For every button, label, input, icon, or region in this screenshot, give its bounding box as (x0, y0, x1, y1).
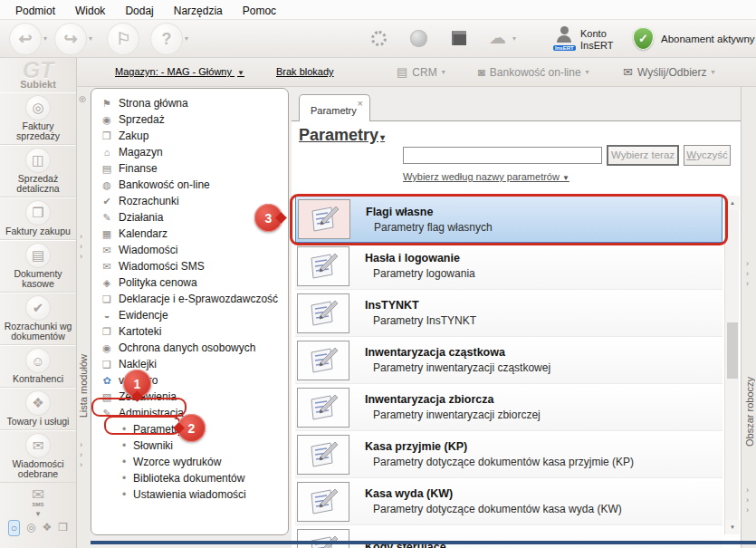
scroll-down-arrow-icon[interactable]: ▼ (725, 520, 740, 534)
tree-item[interactable]: ❏ Deklaracje i e-Sprawozdawczość (91, 291, 288, 307)
tree-item[interactable]: ◉ Ochrona danych osobowych (91, 340, 288, 356)
parameter-row[interactable]: Kasa wyda (KW) Parametry dotyczące dokum… (295, 478, 723, 525)
parameter-row[interactable]: Flagi własne Parametry flag własnych (295, 196, 723, 243)
help-dropdown-caret[interactable]: ▾ (185, 34, 188, 43)
tree-item[interactable]: ◍ Bankowość on-line (91, 177, 288, 193)
tree-item-label: Rozrachunki (119, 195, 179, 207)
menu-item[interactable]: Podmiot (5, 2, 65, 20)
back-dropdown-caret[interactable]: ▾ (43, 34, 47, 43)
sidebar-module-button[interactable]: ❖ Towary i usługi (0, 388, 76, 430)
cube-icon[interactable] (452, 31, 466, 45)
filter-by-name-link[interactable]: Wybierz według nazwy parametrów ▼ (403, 171, 569, 182)
sidebar-module-button[interactable]: ◫ Sprzedaż detaliczna (0, 145, 76, 197)
menu-item[interactable]: Widok (65, 2, 115, 20)
tree-item[interactable]: ◒ Ewidencje (91, 307, 288, 323)
crm-caret-icon: ▾ (442, 68, 445, 76)
cloud-services-icon[interactable]: ☁ (489, 27, 506, 48)
tree-item[interactable]: • Biblioteka dokumentów (91, 470, 288, 486)
pin-icon[interactable]: ◎ (79, 94, 86, 103)
globe-icon[interactable] (410, 30, 427, 47)
tree-item[interactable]: • Wzorce wydruków (91, 454, 288, 470)
workspace-strip-label: Obszar roboczy (744, 377, 755, 447)
tree-item[interactable]: ✉ Wiadomości SMS (91, 258, 288, 274)
menu-item[interactable]: Dodaj (115, 2, 163, 20)
sms-module-button[interactable]: ✉ SMS (0, 483, 76, 507)
page-title[interactable]: Parametry▾ (299, 126, 385, 145)
tree-item[interactable]: ✿ vendero (91, 372, 288, 389)
parameter-row[interactable]: Hasła i logowanie Parametry logowania (295, 243, 723, 290)
sidebar-mini-icon[interactable]: ❖ (43, 520, 53, 536)
tree-item[interactable]: ▤ Finanse (91, 160, 288, 177)
parameter-row[interactable]: Kasa przyjmie (KP) Parametry dotyczące d… (295, 431, 723, 478)
tree-item-label: Działania (119, 211, 163, 224)
send-receive-menu[interactable]: ✉ Wyślij/Odbierz ▾ (623, 65, 715, 79)
parameter-row[interactable]: InsTYNKT Parametry InsTYNKT (295, 290, 723, 337)
menu-item[interactable]: Narzędzia (164, 2, 233, 20)
konto-insert-label[interactable]: KontoInsERT (580, 28, 613, 52)
parameter-title: InsTYNKT (365, 299, 476, 312)
tree-item-label: Wiadomości (119, 244, 177, 256)
banking-menu[interactable]: ◙ Bankowość on-line ▾ (478, 65, 589, 79)
parameter-row[interactable]: Inwentaryzacja cząstkowa Parametry inwen… (295, 337, 723, 384)
workspace-strip[interactable]: ››› Obszar roboczy ››› (741, 87, 756, 548)
parameter-row[interactable]: Kody sterujące (295, 525, 723, 548)
warehouse-selector-link[interactable]: Magazyn: - MAG - Główny ▼ (115, 66, 244, 77)
select-now-button[interactable]: Wybierz teraz (607, 145, 679, 166)
sidebar-mini-icon[interactable]: ❒ (58, 520, 68, 536)
help-button[interactable]: ? (150, 23, 183, 55)
forward-dropdown-caret[interactable]: ▾ (89, 34, 92, 43)
parameter-row[interactable]: Inwentaryzacja zbiorcza Parametry inwent… (295, 384, 723, 431)
parameter-title: Inwentaryzacja zbiorcza (365, 393, 541, 406)
sidebar-module-button[interactable]: ✉ Wiadomości odebrane (0, 430, 76, 483)
sidebar-module-icon: ❒ (25, 200, 51, 226)
crm-menu[interactable]: ▤ CRM ▾ (397, 65, 445, 79)
sidebar-module-button[interactable]: ☺ Kontrahenci (0, 345, 76, 388)
tree-item-label: Naklejki (119, 358, 157, 370)
flag-button[interactable]: ⚐ (107, 23, 139, 55)
parameter-title: Kasa przyjmie (KP) (365, 440, 634, 453)
sidebar-module-button[interactable]: ▤ Dokumenty kasowe (0, 240, 76, 293)
parameter-title: Hasła i logowanie (365, 252, 475, 264)
tree-item[interactable]: ⚑ Strona główna (91, 95, 288, 111)
parameter-search-input[interactable] (403, 147, 602, 164)
clear-button[interactable]: Wyczyść (684, 145, 731, 166)
tree-item[interactable]: ⌂ Magazyn (91, 144, 288, 160)
list-scrollbar[interactable]: ▲ ▼ (724, 196, 739, 534)
module-list-strip[interactable]: ◎ ››› Lista modułów ››› (77, 87, 91, 548)
banking-lock-icon: ◙ (478, 65, 485, 79)
main-toolbar: ↩ ▾ ↪ ▾ ⚐ ? ▾ ☁ ▾ InsERT KontoInsERT ✓ A… (0, 20, 756, 58)
sidebar-mini-icon[interactable]: ◎ (26, 520, 35, 536)
sidebar-mini-icon[interactable]: ○ (8, 520, 20, 536)
sidebar-module-icon: ◎ (25, 95, 51, 120)
parameter-doc-icon (297, 341, 349, 380)
sidebar-module-label: Sprzedaż detaliczna (2, 174, 74, 194)
scroll-up-arrow-icon[interactable]: ▲ (725, 196, 740, 210)
tree-item[interactable]: ❐ Kartoteki (91, 323, 288, 340)
sidebar-module-button[interactable]: ❒ Faktury zakupu (0, 197, 76, 240)
cloud-dropdown-caret[interactable]: ▾ (512, 34, 516, 43)
parameter-doc-icon (297, 482, 349, 522)
tree-item[interactable]: ▧ Zestawienia (91, 389, 288, 405)
tree-item[interactable]: • Ustawienia wiadomości (91, 486, 288, 503)
tree-item[interactable]: ✉ Wiadomości (91, 242, 288, 258)
lock-status-link[interactable]: Brak blokady (276, 66, 334, 77)
tree-item[interactable]: ❒ Zakup (91, 128, 288, 144)
scrollbar-thumb[interactable] (727, 322, 738, 379)
konto-insert-icon[interactable] (557, 35, 571, 43)
back-button[interactable]: ↩ (9, 23, 42, 55)
sync-status-icon[interactable] (371, 31, 387, 46)
parameter-title: Kasa wyda (KW) (365, 487, 622, 500)
menu-item[interactable]: Pomoc (233, 2, 286, 20)
crm-label: CRM (412, 66, 436, 79)
sidebar-collapse-arrow-icon[interactable]: ▾ (0, 507, 76, 519)
parameter-description: Parametry logowania (373, 267, 475, 280)
forward-button[interactable]: ↪ (54, 23, 87, 55)
tree-item[interactable]: ◈ Polityka cenowa (91, 274, 288, 291)
tree-item[interactable]: ❑ Naklejki (91, 356, 288, 372)
tab-parametry[interactable]: Parametry × (299, 94, 370, 121)
sidebar-module-button[interactable]: ✔ Rozrachunki wg dokumentów (0, 293, 76, 345)
tab-close-icon[interactable]: × (358, 98, 363, 109)
tree-item[interactable]: ◉ Sprzedaż (91, 111, 288, 128)
sidebar-module-button[interactable]: ◎ Faktury sprzedaży (0, 92, 76, 145)
tree-item-icon: ◒ (100, 310, 114, 321)
